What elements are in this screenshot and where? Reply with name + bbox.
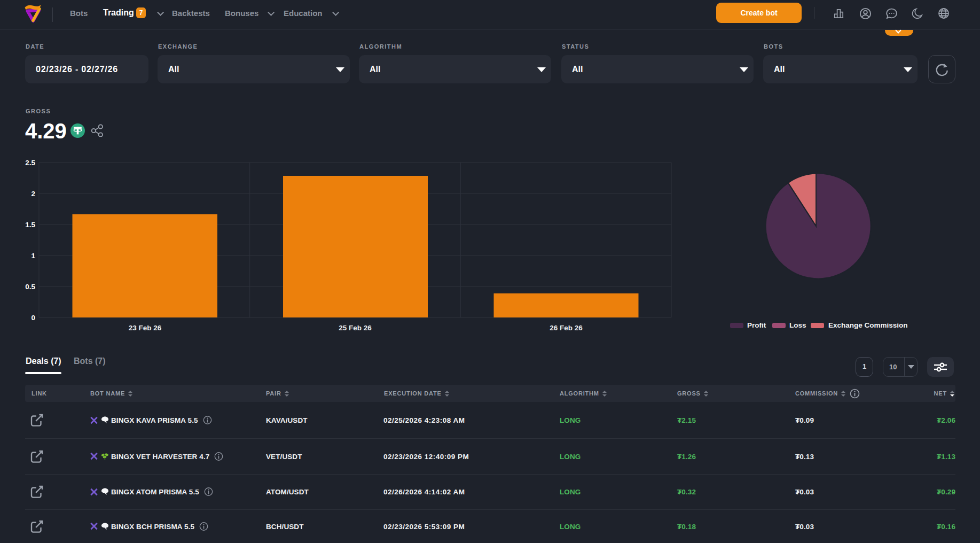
svg-text:23 Feb 26: 23 Feb 26 — [129, 324, 162, 332]
svg-text:Exchange Commission: Exchange Commission — [828, 321, 908, 329]
svg-text:1.5: 1.5 — [25, 221, 35, 229]
svg-text:Loss: Loss — [789, 321, 806, 329]
svg-text:26 Feb 26: 26 Feb 26 — [550, 324, 583, 332]
svg-text:0: 0 — [31, 314, 35, 322]
svg-text:2: 2 — [31, 190, 35, 198]
svg-text:25 Feb 26: 25 Feb 26 — [339, 324, 372, 332]
svg-text:Profit: Profit — [747, 321, 766, 329]
svg-text:2.5: 2.5 — [25, 159, 35, 167]
svg-text:0.5: 0.5 — [25, 283, 35, 291]
svg-text:1: 1 — [31, 252, 35, 260]
